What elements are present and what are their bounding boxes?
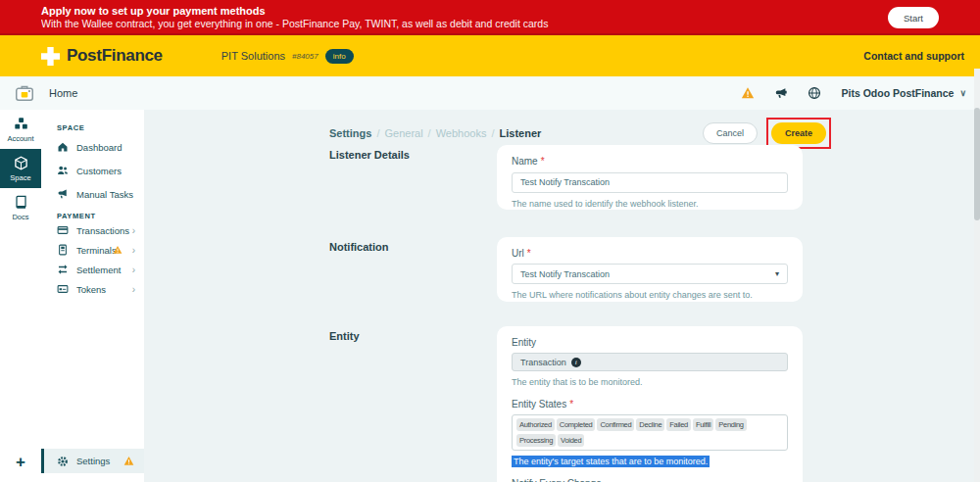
cancel-button[interactable]: Cancel — [703, 122, 758, 144]
topbar: Home Pits Odoo PostFinance ∨ — [0, 76, 980, 110]
rail-item-account[interactable]: Account — [0, 110, 41, 149]
rail-label-docs: Docs — [12, 213, 28, 221]
required-mark: * — [569, 399, 573, 410]
breadcrumb-separator: / — [491, 127, 494, 139]
sidebar-item-label: Transactions — [76, 225, 129, 236]
postfinance-cross-icon — [41, 47, 60, 66]
sidebar-item-label: Tokens — [76, 284, 106, 295]
entity-helper: The entity that is to be monitored. — [512, 377, 788, 387]
breadcrumb-separator: / — [376, 127, 379, 139]
info-icon[interactable]: i — [571, 358, 581, 367]
contact-support-link[interactable]: Contact and support — [863, 50, 964, 62]
page-scrollbar[interactable] — [974, 69, 980, 482]
sidebar-item-label: Terminals — [76, 245, 117, 256]
chevron-right-icon: › — [132, 284, 135, 295]
settings-warning-icon — [123, 456, 134, 466]
app-header: PostFinance PIT Solutions #84057 info Co… — [0, 35, 980, 76]
breadcrumb-webhooks[interactable]: Webhooks — [436, 127, 487, 139]
card-entity: Entity Transaction i The entity that is … — [497, 326, 803, 482]
create-button[interactable]: Create — [771, 122, 826, 144]
url-select[interactable]: Test Notify Transcation ▾ — [512, 264, 788, 284]
entity-states-field[interactable]: Authorized Completed Confirmed Decline F… — [512, 414, 788, 451]
banner-subtitle: With the Wallee contract, you get everyt… — [41, 18, 548, 30]
section-title-entity: Entity — [329, 330, 360, 342]
rail-label-account: Account — [7, 134, 33, 143]
card-listener-details: Name* The name used to identify the webh… — [497, 145, 803, 210]
docs-book-icon — [14, 195, 28, 210]
sidebar: SPACE Dashboard Customers Manual Tasks P… — [41, 110, 144, 482]
entity-states-helper-highlighted: The entity's target states that are to b… — [512, 456, 710, 467]
settlement-swap-icon — [57, 264, 69, 275]
url-label: Url* — [512, 248, 788, 259]
tokens-card-icon — [57, 283, 69, 295]
chevron-right-icon: › — [132, 225, 135, 236]
sidebar-item-label: Dashboard — [76, 142, 122, 153]
space-info: PIT Solutions #84057 info — [221, 49, 354, 64]
manual-tasks-megaphone-icon — [57, 188, 69, 200]
sidebar-heading-space: SPACE — [57, 123, 84, 132]
state-chip[interactable]: Pending — [715, 418, 746, 431]
globe-icon[interactable] — [808, 86, 821, 100]
name-helper: The name used to identify the webhook li… — [512, 199, 788, 209]
state-chip[interactable]: Confirmed — [597, 418, 634, 431]
brand-name: PostFinance — [67, 46, 163, 66]
state-chip[interactable]: Fulfill — [693, 418, 713, 431]
home-breadcrumb[interactable]: Home — [49, 87, 77, 99]
space-name: PIT Solutions — [221, 50, 285, 62]
terminals-warning-icon — [113, 245, 122, 255]
account-cubes-icon — [14, 117, 28, 131]
breadcrumb-listener: Listener — [500, 127, 542, 139]
sidebar-item-transactions[interactable]: Transactions › — [41, 220, 144, 240]
entity-states-helper: The entity's target states that are to b… — [512, 457, 788, 466]
name-label: Name* — [512, 156, 788, 167]
chevron-right-icon: › — [132, 245, 135, 256]
topbar-actions: Pits Odoo PostFinance ∨ — [741, 86, 966, 100]
breadcrumb-general[interactable]: General — [384, 127, 422, 139]
state-chip[interactable]: Failed — [666, 418, 691, 431]
sidebar-item-label: Manual Tasks — [76, 189, 133, 200]
rail-item-docs[interactable]: Docs — [0, 188, 41, 227]
sidebar-item-settlement[interactable]: Settlement › — [41, 260, 144, 279]
sidebar-item-settings[interactable]: Settings — [41, 449, 144, 473]
required-mark: * — [541, 156, 545, 167]
banner-text: Apply now to set up your payment methods… — [41, 4, 548, 30]
transactions-card-icon — [57, 224, 69, 236]
name-input[interactable] — [512, 172, 788, 193]
sidebar-item-dashboard[interactable]: Dashboard — [41, 137, 144, 157]
home-app-icon[interactable] — [14, 82, 35, 104]
add-button[interactable]: + — [0, 453, 41, 472]
notify-every-change-label: Notify Every Change — [512, 478, 788, 482]
scrollbar-thumb[interactable] — [974, 108, 980, 220]
entity-label: Entity — [512, 337, 788, 348]
banner-title: Apply now to set up your payment methods — [41, 4, 548, 18]
sidebar-item-label: Customers — [76, 166, 122, 176]
rail-item-space[interactable]: Space — [0, 149, 41, 188]
dashboard-home-icon — [57, 141, 69, 153]
sidebar-item-terminals[interactable]: Terminals › — [41, 240, 144, 260]
state-chip[interactable]: Decline — [636, 418, 664, 431]
breadcrumb-settings[interactable]: Settings — [329, 127, 371, 139]
warning-icon[interactable] — [741, 86, 755, 100]
state-chip[interactable]: Completed — [557, 418, 596, 431]
start-button[interactable]: Start — [888, 7, 939, 28]
state-chip[interactable]: Voided — [558, 434, 584, 447]
postfinance-logo[interactable]: PostFinance — [41, 46, 163, 66]
sidebar-item-customers[interactable]: Customers — [41, 161, 144, 180]
entity-states-label: Entity States* — [512, 399, 788, 410]
url-select-value: Test Notify Transcation — [520, 269, 610, 279]
space-cube-icon — [14, 156, 28, 170]
state-chip[interactable]: Authorized — [516, 418, 555, 431]
rail-label-space: Space — [10, 173, 30, 182]
url-label-text: Url — [512, 248, 524, 259]
section-title-notification: Notification — [329, 241, 389, 253]
info-badge[interactable]: info — [325, 49, 354, 64]
left-rail: Account Space Docs + — [0, 110, 41, 482]
sidebar-item-tokens[interactable]: Tokens › — [41, 279, 144, 299]
space-id: #84057 — [292, 52, 318, 61]
sidebar-item-label: Settings — [76, 456, 110, 466]
announcements-icon[interactable] — [774, 86, 788, 100]
user-menu[interactable]: Pits Odoo PostFinance ∨ — [841, 87, 966, 99]
state-chip[interactable]: Processing — [516, 434, 556, 447]
sidebar-item-manual-tasks[interactable]: Manual Tasks — [41, 184, 144, 204]
card-notification: Url* Test Notify Transcation ▾ The URL w… — [497, 237, 803, 302]
